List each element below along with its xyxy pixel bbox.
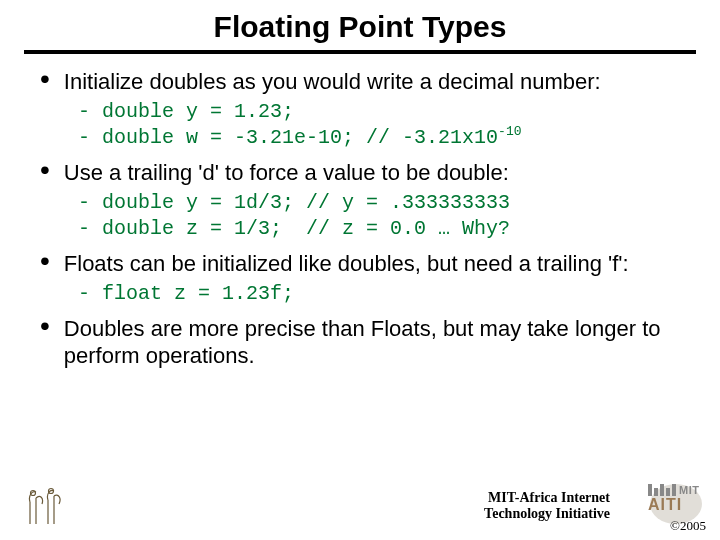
bullet-icon: • xyxy=(40,250,50,272)
bullet-text: Floats can be initialized like doubles, … xyxy=(64,250,629,277)
code-line: - double z = 1/3; // z = 0.0 … Why? xyxy=(78,216,690,242)
code-line: - double w = -3.21e-10; // -3.21x10-10 xyxy=(78,125,690,151)
aiti-label: AITI xyxy=(648,496,706,514)
footer: MIT-Africa Internet Technology Initiativ… xyxy=(0,478,720,534)
footer-org-line: Technology Initiative xyxy=(484,506,610,522)
footer-org-line: MIT-Africa Internet xyxy=(484,490,610,506)
title-rule xyxy=(24,50,696,54)
bullet-icon: • xyxy=(40,315,50,337)
code-block: - float z = 1.23f; xyxy=(78,281,690,307)
code-line: - double y = 1d/3; // y = .333333333 xyxy=(78,190,690,216)
code-block: - double y = 1.23; - double w = -3.21e-1… xyxy=(78,99,690,151)
bullet-text: Use a trailing 'd' to force a value to b… xyxy=(64,159,509,186)
bullet-item: • Initialize doubles as you would write … xyxy=(40,68,690,95)
copyright: ©2005 xyxy=(670,518,706,534)
mit-label: MIT xyxy=(679,484,699,496)
bullet-item: • Doubles are more precise than Floats, … xyxy=(40,315,690,369)
decorative-glyph-icon xyxy=(22,484,64,526)
code-line: - double y = 1.23; xyxy=(78,99,690,125)
bullet-item: • Floats can be initialized like doubles… xyxy=(40,250,690,277)
bullet-text: Initialize doubles as you would write a … xyxy=(64,68,601,95)
code-block: - double y = 1d/3; // y = .333333333 - d… xyxy=(78,190,690,242)
slide-title: Floating Point Types xyxy=(28,10,692,44)
bullet-item: • Use a trailing 'd' to force a value to… xyxy=(40,159,690,186)
slide-content: • Initialize doubles as you would write … xyxy=(28,68,692,369)
bullet-text: Doubles are more precise than Floats, bu… xyxy=(64,315,690,369)
bullet-icon: • xyxy=(40,159,50,181)
footer-org: MIT-Africa Internet Technology Initiativ… xyxy=(484,490,610,522)
code-line: - float z = 1.23f; xyxy=(78,281,690,307)
bullet-icon: • xyxy=(40,68,50,90)
